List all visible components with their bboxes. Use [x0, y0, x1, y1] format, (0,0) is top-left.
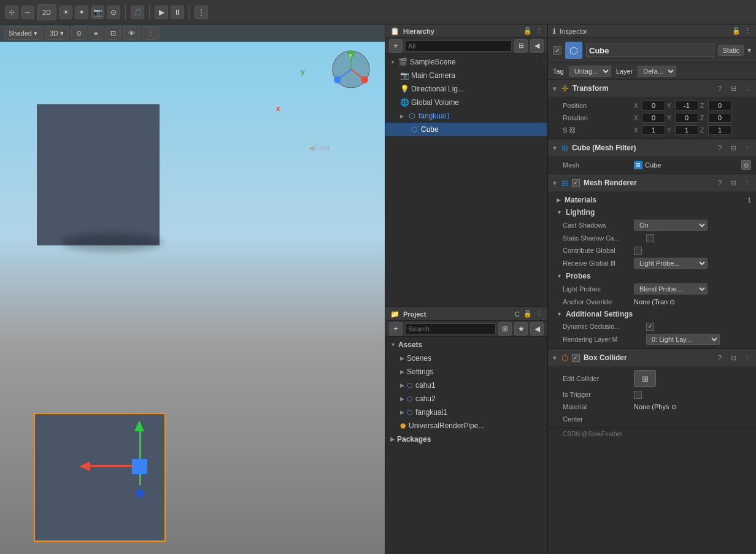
- proj-add-btn[interactable]: +: [389, 322, 403, 336]
- transform-header[interactable]: ▼ ✛ Transform ? ⊟ ⋮: [548, 80, 756, 97]
- light-hier-icon: 💡: [400, 85, 409, 93]
- project-search[interactable]: [405, 323, 496, 334]
- rot-x-input[interactable]: [642, 113, 665, 123]
- proj-item-scenes[interactable]: ▶ Scenes: [385, 352, 547, 365]
- hier-item-samplescene[interactable]: ▼ 🎬 SampleScene ⋮: [385, 55, 547, 69]
- dynamic-occlusion-checkbox[interactable]: ✓: [646, 323, 654, 331]
- audio-icon[interactable]: 🎵: [131, 6, 144, 19]
- proj-item-settings[interactable]: ▶ Settings: [385, 365, 547, 379]
- proj-grid-btn[interactable]: ⊞: [498, 322, 512, 336]
- object-name-input[interactable]: [586, 44, 714, 57]
- inspector-more-btn[interactable]: ⋮: [744, 27, 751, 35]
- static-button[interactable]: Static: [718, 45, 744, 56]
- rendering-layer-select[interactable]: 0: Light Lay...: [646, 334, 720, 345]
- rot-y-input[interactable]: [675, 113, 698, 123]
- scene-dim-btn[interactable]: 3D ▾: [45, 26, 69, 40]
- proj-item-urp[interactable]: ⬟ UniversalRenderPipe...: [385, 419, 547, 433]
- hier-collapse-btn[interactable]: ◀: [530, 39, 544, 53]
- pos-z-input[interactable]: [708, 101, 731, 110]
- pause-icon[interactable]: ⏸: [171, 6, 184, 19]
- receive-gi-select[interactable]: Light Probe...: [634, 258, 708, 269]
- static-dropdown[interactable]: ▾: [747, 46, 751, 55]
- box-collider-more-btn[interactable]: ⋮: [741, 352, 752, 363]
- light-probes-select[interactable]: Blend Probe...: [634, 283, 708, 294]
- proj-item-cahu1[interactable]: ▶ ⬡ cahu1: [385, 379, 547, 392]
- scene-lighting-toggle[interactable]: ⊙: [71, 26, 87, 40]
- selected-cube[interactable]: [34, 413, 166, 542]
- materials-section-header[interactable]: ▶ Materials 1: [548, 194, 756, 206]
- scene-grid-btn[interactable]: ≡: [89, 26, 102, 40]
- proj-c-btn[interactable]: C: [515, 310, 520, 318]
- 2d-button[interactable]: 2D: [37, 4, 56, 20]
- scene-more-btn[interactable]: ⋮: [142, 26, 159, 40]
- scale-y-input[interactable]: [675, 125, 698, 135]
- proj-lock-btn[interactable]: 🔓: [523, 310, 532, 318]
- hierarchy-search[interactable]: [405, 40, 512, 52]
- mesh-renderer-preset-btn[interactable]: ⊟: [728, 177, 739, 188]
- transform-icon[interactable]: ⊹: [5, 6, 18, 19]
- proj-more-btn[interactable]: ⋮: [536, 310, 542, 318]
- scene-view[interactable]: Shaded ▾ 3D ▾ ⊙ ≡ ⊡ 👁 ⋮ y x ◀Front: [0, 25, 385, 554]
- scene-menu-btn[interactable]: ⋮: [541, 58, 547, 66]
- proj-nav-btn[interactable]: ◀: [530, 322, 544, 336]
- proj-star-btn[interactable]: ★: [514, 322, 528, 336]
- gizmo-icon[interactable]: ⊙: [107, 6, 120, 19]
- hier-add-btn[interactable]: +: [389, 39, 403, 53]
- rot-z-input[interactable]: [708, 113, 731, 123]
- fx-icon[interactable]: ✦: [75, 6, 88, 19]
- contribute-gi-checkbox[interactable]: [634, 247, 642, 255]
- hierarchy-more-btn[interactable]: ⋮: [536, 27, 542, 35]
- more-icon[interactable]: ⋮: [195, 6, 208, 19]
- mesh-filter-more-btn[interactable]: ⋮: [741, 142, 752, 153]
- hier-item-globalvol[interactable]: 🌐 Global Volume: [385, 96, 547, 109]
- hier-item-maincamera[interactable]: 📷 Main Camera: [385, 69, 547, 82]
- mesh-filter-help-btn[interactable]: ?: [714, 142, 725, 153]
- scene-shading-btn[interactable]: Shaded ▾: [4, 26, 42, 40]
- scale-x-input[interactable]: [642, 125, 665, 135]
- box-collider-preset-btn[interactable]: ⊟: [728, 352, 739, 363]
- box-collider-header[interactable]: ▼ ⬡ ✓ Box Collider ? ⊟ ⋮: [548, 349, 756, 366]
- hier-filter-btn[interactable]: ⊞: [514, 39, 528, 53]
- mesh-renderer-header[interactable]: ▼ ⊞ ✓ Mesh Renderer ? ⊟ ⋮: [548, 174, 756, 191]
- is-trigger-checkbox[interactable]: [634, 391, 642, 399]
- object-active-checkbox[interactable]: ✓: [553, 46, 561, 55]
- cast-shadows-select[interactable]: On: [634, 220, 708, 231]
- box-collider-checkbox[interactable]: ✓: [572, 354, 580, 362]
- probes-section-header[interactable]: ▼ Probes: [548, 270, 756, 282]
- camera-icon[interactable]: 📷: [91, 6, 104, 19]
- mesh-renderer-help-btn[interactable]: ?: [714, 177, 725, 188]
- mesh-filter-header[interactable]: ▼ ⊞ Cube (Mesh Filter) ? ⊟ ⋮: [548, 139, 756, 156]
- hier-item-dirlight[interactable]: 💡 Directional Lig...: [385, 82, 547, 96]
- hier-item-cube[interactable]: ⬡ Cube: [385, 123, 547, 136]
- move-icon[interactable]: ↔: [21, 6, 34, 19]
- cube-front-wrapper[interactable]: [34, 413, 166, 542]
- inspector-lock-btn[interactable]: 🔓: [732, 27, 741, 35]
- hierarchy-lock-btn[interactable]: 🔓: [523, 27, 532, 35]
- transform-help-btn[interactable]: ?: [714, 83, 725, 94]
- transform-more-btn[interactable]: ⋮: [741, 83, 752, 94]
- additional-section-header[interactable]: ▼ Additional Settings: [548, 308, 756, 320]
- lighting-icon[interactable]: ☀: [59, 6, 72, 19]
- transform-preset-btn[interactable]: ⊟: [728, 83, 739, 94]
- proj-item-cahu2[interactable]: ▶ ⬡ cahu2: [385, 392, 547, 406]
- pos-x-input[interactable]: [642, 101, 665, 110]
- scene-render-btn[interactable]: ⊡: [106, 26, 121, 40]
- box-collider-help-btn[interactable]: ?: [714, 352, 725, 363]
- play-icon[interactable]: ▶: [155, 6, 168, 19]
- pos-y-input[interactable]: [675, 101, 698, 110]
- tag-select[interactable]: Untag...: [569, 66, 611, 77]
- proj-item-fangkuai1[interactable]: ▶ ⬡ fangkuai1: [385, 406, 547, 419]
- layer-select[interactable]: Defa...: [638, 66, 676, 77]
- lighting-section-header[interactable]: ▼ Lighting: [548, 206, 756, 218]
- hier-item-fangkuai1[interactable]: ▶ ⬡ fangkuai1: [385, 109, 547, 123]
- scale-z-input[interactable]: [708, 125, 731, 135]
- mesh-renderer-checkbox[interactable]: ✓: [572, 179, 580, 187]
- mesh-target-btn[interactable]: ⊙: [741, 160, 751, 170]
- proj-item-packages[interactable]: ▶ Packages: [385, 433, 547, 446]
- proj-item-assets[interactable]: ▼ Assets: [385, 338, 547, 352]
- mesh-renderer-more-btn[interactable]: ⋮: [741, 177, 752, 188]
- static-shadow-checkbox[interactable]: [646, 234, 654, 242]
- mesh-filter-preset-btn[interactable]: ⊟: [728, 142, 739, 153]
- edit-collider-btn[interactable]: ⊞: [634, 370, 656, 387]
- scene-vis-btn[interactable]: 👁: [123, 26, 140, 40]
